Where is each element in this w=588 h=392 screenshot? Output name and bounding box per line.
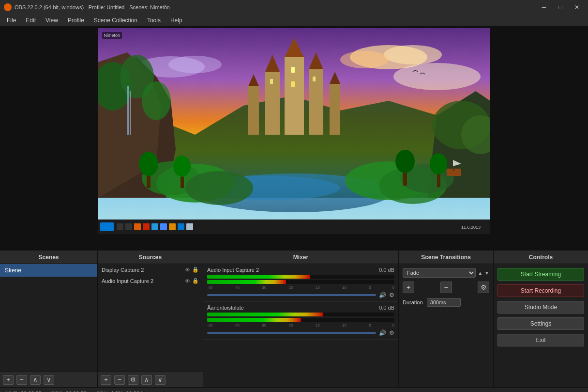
- scene-item-skene[interactable]: Skene: [0, 264, 97, 277]
- source-display-eye-icon[interactable]: 👁: [185, 267, 190, 273]
- source-item-display: Display Capture 2 👁 🔒: [98, 264, 203, 275]
- svg-point-41: [139, 152, 158, 176]
- transition-settings-button[interactable]: ⚙: [478, 282, 489, 293]
- menu-tools[interactable]: Tools: [142, 16, 166, 25]
- sources-settings-button[interactable]: ⚙: [128, 375, 138, 385]
- channel-1-db: 0.0 dB: [379, 267, 394, 273]
- close-button[interactable]: ✕: [570, 2, 584, 12]
- menu-profile[interactable]: Profile: [63, 16, 89, 25]
- channel-1-controls: 🔊 ⚙: [207, 292, 394, 298]
- scenes-down-button[interactable]: ∨: [44, 375, 54, 385]
- title-bar: OBS 22.0.2 (64-bit, windows) - Profile: …: [0, 0, 588, 15]
- source-audio-name: Audio Input Capture 2: [102, 278, 183, 284]
- studio-mode-button[interactable]: Studio Mode: [498, 301, 584, 314]
- live-status: LIVE: 00:00:00: [6, 391, 42, 392]
- app-icon: [4, 3, 12, 11]
- channel-2-volume-slider[interactable]: [207, 332, 376, 334]
- scenes-remove-button[interactable]: −: [16, 375, 27, 385]
- source-audio-eye-icon[interactable]: 👁: [185, 278, 190, 284]
- scenes-add-button[interactable]: +: [3, 375, 14, 385]
- channel-1-meter-bottom: [207, 280, 394, 284]
- menu-file[interactable]: File: [2, 16, 21, 25]
- cpu-label: CPU:: [96, 391, 109, 392]
- maximize-button[interactable]: □: [553, 2, 568, 12]
- sources-footer: + − ⚙ ∧ ∨: [98, 372, 203, 387]
- duration-label: Duration: [403, 299, 423, 305]
- controls-content: Start Streaming Start Recording Studio M…: [494, 264, 588, 387]
- channel-2-settings-icon[interactable]: ⚙: [389, 329, 394, 336]
- live-value: 00:00:00: [21, 391, 42, 392]
- svg-rect-57: [151, 223, 158, 230]
- svg-rect-60: [178, 223, 184, 230]
- menu-edit[interactable]: Edit: [21, 16, 41, 25]
- svg-rect-19: [309, 69, 323, 135]
- source-audio-lock-icon[interactable]: 🔒: [192, 278, 199, 284]
- svg-rect-13: [127, 86, 129, 135]
- controls-header: Controls: [494, 251, 588, 264]
- svg-rect-56: [143, 223, 150, 230]
- sources-down-button[interactable]: ∨: [155, 375, 166, 385]
- svg-point-43: [173, 156, 191, 177]
- svg-rect-27: [270, 79, 273, 84]
- channel-1-settings-icon[interactable]: ⚙: [389, 292, 394, 298]
- channel-1-name: Audio Input Capture 2: [207, 267, 259, 273]
- sources-up-button[interactable]: ∧: [141, 375, 152, 385]
- mixer-header: Mixer: [203, 251, 398, 264]
- preview-area: 11.6.2013 Nimetön: [0, 26, 588, 250]
- menu-view[interactable]: View: [41, 16, 63, 25]
- controls-panel: Controls Start Streaming Start Recording…: [494, 251, 588, 387]
- scenes-footer: + − ∧ ∨: [0, 372, 97, 387]
- source-display-name: Display Capture 2: [102, 267, 183, 273]
- start-streaming-button[interactable]: Start Streaming: [498, 268, 584, 281]
- channel-2-mute-icon[interactable]: 🔊: [379, 329, 386, 336]
- svg-rect-21: [248, 86, 259, 135]
- svg-point-2: [384, 45, 442, 64]
- transition-arrow-down[interactable]: ▼: [484, 270, 489, 276]
- start-recording-button[interactable]: Start Recording: [498, 284, 584, 297]
- channel-1-meter-fill-bottom: [207, 280, 286, 284]
- svg-rect-59: [169, 223, 176, 230]
- sources-add-button[interactable]: +: [101, 375, 111, 385]
- channel-1-mute-icon[interactable]: 🔊: [379, 292, 386, 298]
- channel-2-labels: -60 -45 -30 -20 -15 -10 -5 0: [207, 323, 394, 328]
- channel-1-meter-top: [207, 275, 394, 279]
- transition-remove-button[interactable]: −: [440, 282, 452, 293]
- mixer-channel-2: Äänentoistolate 0.0 dB -60 -45 -30 -20 -…: [203, 302, 398, 340]
- svg-point-47: [430, 153, 447, 174]
- scenes-up-button[interactable]: ∧: [30, 375, 41, 385]
- rec-status: REC: 00:00:00: [51, 391, 87, 392]
- settings-button[interactable]: Settings: [498, 317, 584, 330]
- minimize-button[interactable]: ─: [537, 2, 551, 12]
- rec-label: REC:: [51, 391, 64, 392]
- live-label: LIVE:: [6, 391, 19, 392]
- scenes-content: Skene: [0, 264, 97, 372]
- transition-arrow-up[interactable]: ▲: [478, 270, 482, 276]
- channel-2-controls: 🔊 ⚙: [207, 329, 394, 336]
- preview-scene: 11.6.2013: [98, 28, 490, 234]
- channel-1-volume-slider[interactable]: [207, 294, 376, 296]
- svg-point-45: [395, 150, 415, 173]
- mixer-channel-1: Audio Input Capture 2 0.0 dB -60 -45 -30…: [203, 264, 398, 302]
- menu-scene-collection[interactable]: Scene Collection: [89, 16, 142, 25]
- mixer-channel-2-header: Äänentoistolate 0.0 dB: [207, 305, 394, 311]
- menu-bar: File Edit View Profile Scene Collection …: [0, 15, 588, 26]
- source-item-audio: Audio Input Capture 2 👁 🔒: [98, 275, 203, 286]
- exit-button[interactable]: Exit: [498, 334, 584, 346]
- transitions-panel: Scene Transitions Fade Cut Swipe Slide ▲…: [399, 251, 494, 387]
- svg-point-12: [142, 81, 171, 120]
- sources-panel: Sources Display Capture 2 👁 🔒 Audio Inpu…: [98, 251, 203, 387]
- source-display-lock-icon[interactable]: 🔒: [192, 267, 199, 273]
- transition-add-button[interactable]: +: [403, 282, 414, 293]
- bottom-panels: Scenes Skene + − ∧ ∨ Sources Display Cap…: [0, 250, 588, 387]
- sources-remove-button[interactable]: −: [114, 375, 125, 385]
- mixer-channel-1-header: Audio Input Capture 2 0.0 dB: [207, 267, 394, 273]
- menu-help[interactable]: Help: [166, 16, 187, 25]
- channel-2-name: Äänentoistolate: [207, 305, 244, 311]
- svg-rect-55: [134, 223, 141, 230]
- duration-input[interactable]: [427, 298, 461, 307]
- channel-2-meter-fill-top: [207, 313, 323, 316]
- transition-buttons-row: + − ⚙: [403, 282, 489, 293]
- channel-2-db: 0.0 dB: [379, 305, 394, 311]
- transition-type-select[interactable]: Fade Cut Swipe Slide: [403, 268, 476, 278]
- sources-content: Display Capture 2 👁 🔒 Audio Input Captur…: [98, 264, 203, 372]
